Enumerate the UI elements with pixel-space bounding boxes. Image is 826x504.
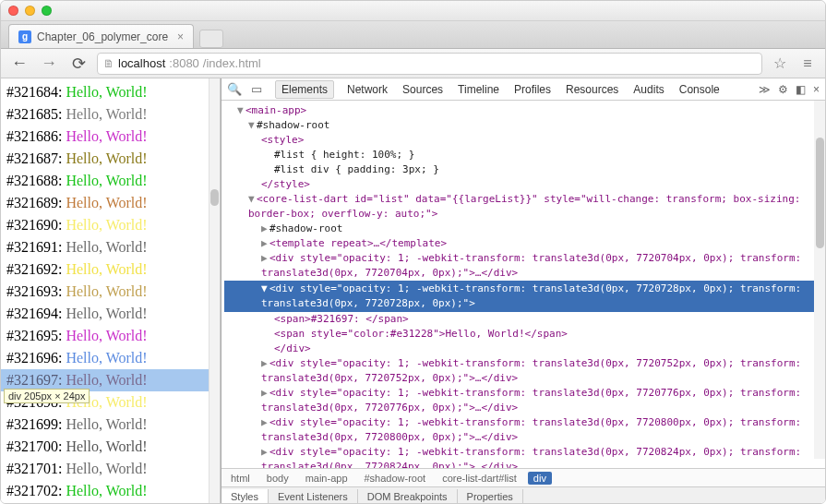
page-row: #321690: Hello, World! [1, 214, 220, 236]
page-list: #321684: Hello, World!#321685: Hello, Wo… [1, 78, 220, 504]
page-icon: 🗎 [103, 57, 114, 70]
minimize-window-button[interactable] [25, 6, 35, 16]
browser-tab[interactable]: g Chapter_06_polymer_core × [8, 24, 194, 48]
tree-node[interactable]: ▶<div style="opacity: 1; -webkit-transfo… [224, 386, 825, 415]
breadcrumb-item[interactable]: div [528, 472, 552, 485]
page-row: #321686: Hello, World! [1, 126, 220, 148]
page-scrollbar[interactable] [209, 78, 220, 504]
page-row: #321685: Hello, World! [1, 103, 220, 126]
breadcrumb-item[interactable]: html [225, 472, 256, 485]
tree-node[interactable]: ▶<div style="opacity: 1; -webkit-transfo… [224, 251, 825, 281]
selected-element: ▼<div style="opacity: 1; -webkit-transfo… [224, 281, 825, 312]
devtools-tab-sources[interactable]: Sources [401, 80, 445, 99]
new-tab-button[interactable] [199, 30, 223, 48]
url-host: localhost [118, 56, 165, 70]
breadcrumb-item[interactable]: main-app [300, 472, 353, 485]
sidebar-tab-event-listeners[interactable]: Event Listeners [269, 489, 358, 504]
page-row: #321691: Hello, World! [1, 236, 220, 258]
bookmark-star-icon[interactable]: ☆ [770, 54, 790, 74]
devtools-toolbar: 🔍 ▭ ElementsNetworkSourcesTimelineProfil… [221, 78, 825, 101]
page-row: #321687: Hello, World! [1, 148, 220, 170]
breadcrumb-item[interactable]: body [261, 472, 294, 485]
url-bar[interactable]: 🗎 localhost:8080/index.html [97, 53, 762, 75]
forward-button[interactable]: → [38, 53, 60, 75]
element-dimension-tooltip: div 205px × 24px [4, 389, 90, 403]
close-window-button[interactable] [8, 6, 18, 16]
favicon-icon: g [18, 30, 31, 43]
devtools-tabs: ElementsNetworkSourcesTimelineProfilesRe… [275, 80, 722, 99]
page-row: #321700: Hello, World! [1, 436, 220, 458]
page-row: #321701: Hello, World! [1, 458, 220, 480]
back-button[interactable]: ← [8, 53, 30, 75]
traffic-lights [8, 6, 52, 16]
devtools-close-icon[interactable]: × [813, 83, 820, 96]
devtools-tab-resources[interactable]: Resources [564, 80, 620, 99]
styles-sidebar-tabs: StylesEvent ListenersDOM BreakpointsProp… [221, 486, 825, 504]
tab-bar: g Chapter_06_polymer_core × [1, 21, 825, 49]
page-row: #321684: Hello, World! [1, 81, 220, 103]
breadcrumb-item[interactable]: #shadow-root [359, 472, 432, 485]
devtools-tab-console[interactable]: Console [677, 80, 722, 99]
sidebar-tab-dom-breakpoints[interactable]: DOM Breakpoints [358, 489, 458, 504]
tab-title: Chapter_06_polymer_core [37, 30, 168, 43]
sidebar-tab-properties[interactable]: Properties [458, 489, 523, 504]
url-path: /index.html [203, 56, 261, 70]
page-pane: #321684: Hello, World!#321685: Hello, Wo… [1, 78, 221, 504]
page-row: #321695: Hello, World! [1, 325, 220, 347]
drawer-icon[interactable]: ≫ [759, 83, 771, 96]
menu-icon[interactable]: ≡ [797, 54, 818, 74]
reload-button[interactable]: ⟳ [67, 53, 90, 75]
devtools-tab-elements[interactable]: Elements [275, 80, 334, 99]
device-icon[interactable]: ▭ [251, 82, 262, 96]
tree-node[interactable]: ▶<div style="opacity: 1; -webkit-transfo… [224, 445, 825, 468]
devtools-tab-timeline[interactable]: Timeline [456, 80, 501, 99]
titlebar [1, 1, 825, 21]
devtools-vscroll-thumb[interactable] [816, 138, 824, 248]
page-row: #321699: Hello, World! [1, 414, 220, 436]
page-row: #321702: Hello, World! [1, 480, 220, 502]
elements-tree[interactable]: ▼<main-app> ▼#shadow-root <style> #list … [221, 101, 825, 468]
page-row: #321692: Hello, World! [1, 258, 220, 281]
devtools-panel: 🔍 ▭ ElementsNetworkSourcesTimelineProfil… [221, 78, 825, 504]
content-area: #321684: Hello, World!#321685: Hello, Wo… [1, 78, 825, 504]
devtools-tab-profiles[interactable]: Profiles [512, 80, 553, 99]
devtools-tab-audits[interactable]: Audits [631, 80, 665, 99]
url-port: :8080 [169, 56, 199, 70]
settings-icon[interactable]: ⚙ [778, 83, 788, 96]
tree-node[interactable]: ▶<div style="opacity: 1; -webkit-transfo… [224, 415, 825, 445]
page-row: #321688: Hello, World! [1, 170, 220, 192]
dock-icon[interactable]: ◧ [796, 83, 806, 96]
search-icon[interactable]: 🔍 [227, 82, 242, 96]
page-row: #321689: Hello, World! [1, 192, 220, 214]
tree-node[interactable]: ▶<div style="opacity: 1; -webkit-transfo… [224, 356, 825, 386]
tab-close-icon[interactable]: × [177, 30, 184, 43]
sidebar-tab-styles[interactable]: Styles [221, 489, 269, 504]
page-row: #321696: Hello, World! [1, 347, 220, 369]
browser-toolbar: ← → ⟳ 🗎 localhost:8080/index.html ☆ ≡ [1, 49, 825, 78]
devtools-vscrollbar[interactable] [814, 101, 825, 459]
devtools-right-icons: ≫ ⚙ ◧ × [759, 83, 820, 96]
page-row: #321693: Hello, World! [1, 281, 220, 303]
page-row: #321694: Hello, World! [1, 303, 220, 325]
page-scroll-thumb[interactable] [210, 189, 219, 206]
breadcrumb-item[interactable]: core-list-dart#list [437, 472, 522, 485]
devtools-tab-network[interactable]: Network [345, 80, 389, 99]
maximize-window-button[interactable] [42, 6, 52, 16]
elements-breadcrumb: htmlbodymain-app#shadow-rootcore-list-da… [221, 468, 825, 486]
